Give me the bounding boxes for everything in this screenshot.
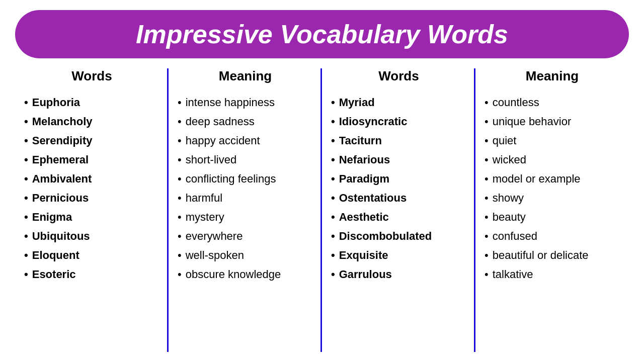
list-item: Eloquent — [20, 246, 164, 265]
list-item: Esoteric — [20, 265, 164, 284]
list-item: well-spoken — [174, 246, 317, 265]
list-item: intense happiness — [174, 93, 317, 112]
column-3: Meaningcountlessunique behaviorquietwick… — [475, 68, 629, 352]
column-0: WordsEuphoriaMelancholySerendipityEpheme… — [15, 68, 169, 352]
list-item: Euphoria — [20, 93, 164, 112]
columns-container: WordsEuphoriaMelancholySerendipityEpheme… — [15, 68, 629, 352]
list-item: beauty — [480, 208, 624, 227]
list-item: countless — [480, 93, 624, 112]
list-item: Garrulous — [327, 265, 470, 284]
list-item: Serendipity — [20, 131, 164, 150]
word-list-2: MyriadIdiosyncraticTaciturnNefariousPara… — [327, 93, 470, 284]
list-item: Exquisite — [327, 246, 470, 265]
list-item: Paradigm — [327, 169, 470, 189]
list-item: quiet — [480, 131, 624, 150]
list-item: Pernicious — [20, 189, 164, 208]
page-title: Impressive Vocabulary Words — [136, 20, 508, 49]
list-item: Ubiquitous — [20, 227, 164, 246]
list-item: everywhere — [174, 227, 317, 246]
column-header-1: Meaning — [174, 68, 317, 88]
list-item: confused — [480, 227, 624, 246]
list-item: showy — [480, 189, 624, 208]
list-item: Ambivalent — [20, 169, 164, 189]
list-item: Myriad — [327, 93, 470, 112]
list-item: Ostentatious — [327, 189, 470, 208]
list-item: conflicting feelings — [174, 169, 317, 189]
list-item: happy accident — [174, 131, 317, 150]
list-item: Aesthetic — [327, 208, 470, 227]
list-item: mystery — [174, 208, 317, 227]
list-item: beautiful or delicate — [480, 246, 624, 265]
list-item: Ephemeral — [20, 150, 164, 169]
column-header-0: Words — [20, 68, 164, 88]
column-header-3: Meaning — [480, 68, 624, 88]
list-item: unique behavior — [480, 112, 624, 131]
list-item: deep sadness — [174, 112, 317, 131]
word-list-3: countlessunique behaviorquietwickedmodel… — [480, 93, 624, 284]
list-item: obscure knowledge — [174, 265, 317, 284]
column-header-2: Words — [327, 68, 470, 88]
list-item: Taciturn — [327, 131, 470, 150]
word-list-1: intense happinessdeep sadnesshappy accid… — [174, 93, 317, 284]
column-2: WordsMyriadIdiosyncraticTaciturnNefariou… — [322, 68, 475, 352]
list-item: Idiosyncratic — [327, 112, 470, 131]
list-item: Discombobulated — [327, 227, 470, 246]
list-item: wicked — [480, 150, 624, 169]
column-1: Meaningintense happinessdeep sadnesshapp… — [169, 68, 322, 352]
list-item: talkative — [480, 265, 624, 284]
word-list-0: EuphoriaMelancholySerendipityEphemeralAm… — [20, 93, 164, 284]
list-item: Nefarious — [327, 150, 470, 169]
list-item: Enigma — [20, 208, 164, 227]
list-item: harmful — [174, 189, 317, 208]
list-item: model or example — [480, 169, 624, 189]
list-item: short-lived — [174, 150, 317, 169]
list-item: Melancholy — [20, 112, 164, 131]
title-banner: Impressive Vocabulary Words — [15, 10, 629, 58]
